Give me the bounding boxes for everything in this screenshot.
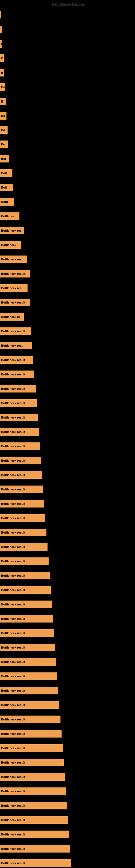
bar-item: Bottleneck result (0, 299, 30, 306)
bar-item (0, 11, 1, 19)
bar-item: Bottleneck (0, 241, 21, 249)
bar-item: Bottleneck result (0, 442, 40, 450)
bar-item: Bottleneck result (0, 859, 71, 867)
bar-item: Bottleneck result (0, 557, 49, 565)
bar-item: Bot (0, 155, 9, 162)
bar-item: Bottleneck result (0, 802, 67, 809)
bar-label: Bottleneck result (1, 473, 25, 476)
bar-label: Bottleneck re (1, 315, 20, 318)
bar-item: Bottleneck result (0, 773, 65, 781)
bar-item: B (0, 69, 4, 76)
bar-item: Bo (0, 112, 6, 120)
bar-item: Bottleneck result (0, 371, 34, 378)
bar-label: Bottleneck resu (1, 258, 24, 261)
bar-item: Bottleneck result (0, 399, 37, 407)
bar-label: Bottleneck result (1, 646, 25, 649)
bar-label: Bottleneck result (1, 617, 25, 620)
bar-label: Bottleneck resu (1, 344, 24, 347)
bar-label: Bo (1, 143, 5, 146)
bar-item: Bottleneck result (0, 428, 39, 436)
bar-item: Bottleneck result (0, 543, 48, 551)
bar-item: Bottleneck result (0, 514, 45, 522)
bar-item: Bottleneck result (0, 270, 30, 278)
bar-label: Bottleneck result (1, 761, 25, 764)
bar-item: Bottleneck result (0, 471, 42, 479)
bar-label: Bottleneck result (1, 631, 25, 635)
bar-item: Bottleneck result (0, 673, 57, 680)
bar-label: Bo (1, 128, 5, 131)
bar-label: Bottleneck result (1, 416, 25, 419)
bar-item: Bottleneck result (0, 831, 69, 838)
bar-item: Bottleneck result (0, 356, 33, 364)
bar-item: Bottleneck result (0, 629, 54, 637)
bar-item: Bottleneck result (0, 414, 38, 421)
bar-label: Bottleneck result (1, 517, 25, 520)
bar-label: Bottl (1, 200, 8, 204)
bar-label: Bottleneck result (1, 703, 25, 707)
bar-label: B (1, 56, 3, 60)
bar-label: Bottleneck result (1, 718, 25, 721)
bar-label: Bottleneck result (1, 804, 25, 807)
bar-label: Bottleneck result (1, 603, 25, 606)
bar-item: Bo (0, 126, 8, 134)
bar-item: Bottleneck result (0, 816, 68, 824)
bar-item: Bottleneck resu (0, 255, 27, 263)
bar-label: B (1, 42, 2, 45)
site-title: TheBottlenecker.com (50, 2, 85, 6)
bar-item: Bott (0, 169, 12, 177)
bar-label: Bottleneck result (1, 833, 25, 836)
bar-item: Bottleneck result (0, 486, 43, 493)
bar-item: Bottleneck result (0, 787, 66, 795)
bar-item: Bottleneck result (0, 658, 56, 665)
bar-label: Bottleneck result (1, 847, 25, 850)
bar-item: Bottleneck result (0, 572, 50, 579)
bar-label: Bottleneck res (1, 229, 21, 232)
bar-label: Bottleneck resu (1, 286, 24, 290)
bar-item: Bott (0, 184, 13, 191)
bar-item: Bottleneck result (0, 701, 59, 709)
bar-item: Bottleneck result (0, 457, 41, 464)
bar-item: Bottleneck result (0, 644, 55, 651)
bar-item: Bottlenec (0, 212, 19, 220)
bar-label: Bottleneck result (1, 689, 25, 692)
bar-label: Bottleneck result (1, 387, 25, 390)
bar-label: Bottleneck result (1, 588, 25, 592)
bar-label: Bottleneck result (1, 401, 25, 405)
bar-label: Bottleneck result (1, 746, 25, 750)
bar-label: Bottleneck result (1, 660, 25, 663)
bar-item: Bottleneck resu (0, 284, 28, 292)
bar-label: Bottleneck result (1, 502, 25, 505)
bar-label: Bottleneck result (1, 862, 25, 865)
bar-label: Bottlenec (1, 215, 14, 218)
bar-item: Bottleneck result (0, 529, 46, 536)
bar-label: Bottleneck result (1, 545, 25, 549)
bar-item: Bottleneck res (0, 227, 24, 235)
bar-item: Bo (0, 141, 8, 148)
bar-label: Bottleneck result (1, 818, 25, 822)
bar-label: Bo (1, 86, 5, 89)
bar-item: Bottleneck result (0, 845, 70, 852)
bar-label: Bottleneck result (1, 488, 25, 491)
bar-item: Bottleneck result (0, 328, 31, 335)
bar-label: Bottleneck result (1, 373, 25, 376)
bar-label: Bott (1, 186, 7, 189)
bar-label: Bottleneck (1, 243, 16, 247)
bar-label: Bottleneck result (1, 775, 25, 778)
bar-label: Bottleneck result (1, 430, 25, 433)
bar-label: Bo (1, 114, 5, 118)
bar-label: Bottleneck result (1, 574, 25, 577)
bar-label: Bottleneck result (1, 531, 25, 534)
bar-label: Bottleneck result (1, 789, 25, 793)
bar-label: Bottleneck result (1, 272, 25, 275)
bar-label: Bot (1, 157, 6, 160)
bar-item: Bo (0, 83, 5, 91)
bar-item (0, 26, 2, 33)
bar-item: Bottleneck result (0, 730, 61, 738)
bar-item: Bottleneck result (0, 385, 36, 393)
bar-item: Bottleneck result (0, 744, 63, 752)
bar-label: Bottleneck result (1, 358, 25, 362)
bar-label: Bottleneck result (1, 560, 25, 563)
bar-label: Bottleneck result (1, 732, 25, 735)
bar-item: B (0, 54, 4, 62)
bar-item: B (0, 98, 6, 105)
